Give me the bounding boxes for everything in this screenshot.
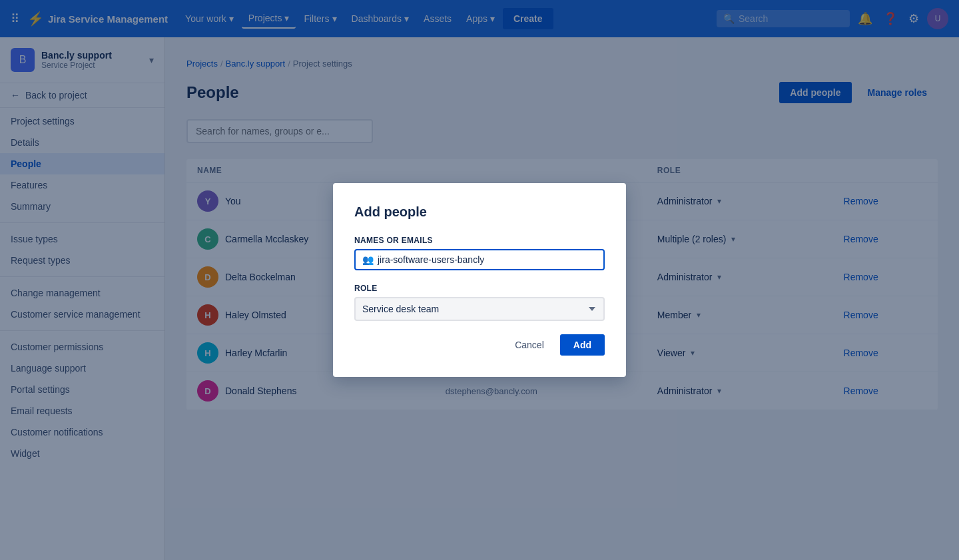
cancel-button[interactable]: Cancel — [504, 334, 555, 356]
names-emails-field: Names or emails 👥 jira-software-users-ba… — [354, 236, 605, 270]
add-button[interactable]: Add — [560, 334, 605, 356]
modal-overlay[interactable]: Add people Names or emails 👥 jira-softwa… — [0, 0, 959, 560]
add-people-modal: Add people Names or emails 👥 jira-softwa… — [333, 183, 626, 377]
role-field: Role Service desk team Administrator Mem… — [354, 284, 605, 321]
input-tag-value: jira-software-users-bancly — [378, 254, 484, 265]
names-emails-input[interactable]: 👥 jira-software-users-bancly — [354, 249, 605, 270]
role-select[interactable]: Service desk team Administrator Member V… — [354, 297, 605, 321]
modal-title: Add people — [354, 204, 605, 220]
names-emails-label: Names or emails — [354, 236, 605, 245]
group-icon: 👥 — [362, 254, 374, 265]
modal-actions: Cancel Add — [354, 334, 605, 356]
role-label: Role — [354, 284, 605, 293]
